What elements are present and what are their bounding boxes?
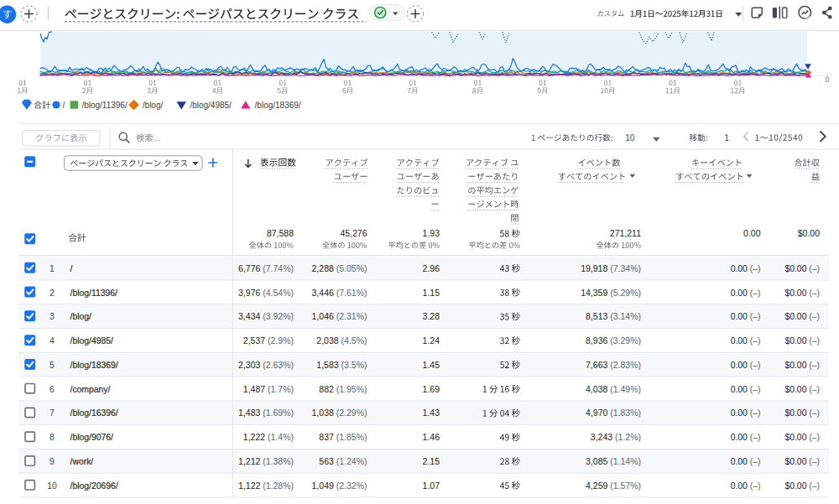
svg-text:2.96: 2.96 — [423, 263, 440, 273]
svg-text:/blog/4985/: /blog/4985/ — [70, 336, 114, 346]
svg-text:0.00 (–): 0.00 (–) — [731, 433, 761, 442]
svg-text:2,537 (2.9%): 2,537 (2.9%) — [243, 335, 294, 346]
svg-text:882 (1.95%): 882 (1.95%) — [319, 384, 367, 394]
svg-text:3,446 (7.61%): 3,446 (7.61%) — [312, 288, 367, 298]
svg-text:45,276: 45,276 — [340, 228, 367, 238]
svg-text:271,211: 271,211 — [610, 228, 641, 238]
svg-text:6: 6 — [50, 385, 55, 394]
svg-text:3.28: 3.28 — [423, 311, 440, 321]
svg-text:$0.00 (–): $0.00 (–) — [784, 481, 820, 491]
svg-text:/blog/18369/: /blog/18369/ — [70, 361, 118, 370]
svg-text:/blog/: /blog/ — [143, 101, 164, 110]
svg-text:/blog/4985/: /blog/4985/ — [190, 101, 232, 110]
svg-text:1.43: 1.43 — [423, 408, 440, 418]
svg-text:1,222 (1.4%): 1,222 (1.4%) — [243, 432, 294, 442]
svg-text:0.00 (–): 0.00 (–) — [731, 481, 761, 491]
svg-text:/blog/11396/: /blog/11396/ — [81, 101, 128, 110]
svg-text:$0.00 (–): $0.00 (–) — [784, 264, 820, 273]
svg-text:1: 1 — [724, 133, 729, 143]
svg-text:4,970 (1.83%): 4,970 (1.83%) — [586, 408, 641, 418]
svg-text:0.00: 0.00 — [743, 228, 761, 238]
svg-text:3: 3 — [50, 312, 55, 321]
svg-text:3,243 (1.2%): 3,243 (1.2%) — [591, 432, 641, 442]
svg-text:0.00 (–): 0.00 (–) — [731, 336, 761, 346]
svg-text:1,122 (1.28%): 1,122 (1.28%) — [238, 481, 294, 491]
svg-text:$0.00 (–): $0.00 (–) — [784, 361, 820, 370]
svg-text:1,487 (1.7%): 1,487 (1.7%) — [243, 384, 294, 394]
svg-text:/: / — [63, 101, 65, 110]
svg-text:1.46: 1.46 — [423, 432, 440, 442]
svg-text:19,918 (7.34%): 19,918 (7.34%) — [581, 263, 641, 273]
svg-text:3,976 (4.54%): 3,976 (4.54%) — [238, 288, 294, 298]
svg-text:563 (1.24%): 563 (1.24%) — [319, 456, 367, 466]
svg-text:7: 7 — [50, 408, 55, 418]
svg-text:0: 0 — [826, 75, 830, 84]
svg-text:0.00 (–): 0.00 (–) — [731, 288, 761, 298]
svg-text:2,288 (5.05%): 2,288 (5.05%) — [312, 263, 367, 273]
svg-text:/blog/: /blog/ — [70, 312, 92, 321]
svg-text:/blog/20696/: /blog/20696/ — [70, 481, 118, 491]
svg-text:/blog/9076/: /blog/9076/ — [70, 433, 114, 442]
svg-text:1.45: 1.45 — [423, 360, 440, 370]
svg-text:$0.00 (–): $0.00 (–) — [784, 312, 820, 321]
svg-text:1.24: 1.24 — [423, 335, 440, 346]
svg-text:1,046 (2.31%): 1,046 (2.31%) — [312, 311, 367, 321]
svg-text:0.00 (–): 0.00 (–) — [731, 457, 761, 466]
svg-text:1,049 (2.32%): 1,049 (2.32%) — [312, 481, 367, 491]
svg-text:1: 1 — [50, 264, 55, 273]
svg-text:$0.00 (–): $0.00 (–) — [784, 385, 820, 394]
svg-text:/blog/18369/: /blog/18369/ — [255, 101, 301, 110]
svg-text:1.93: 1.93 — [423, 228, 440, 238]
svg-text:8,513 (3.14%): 8,513 (3.14%) — [586, 311, 641, 321]
svg-text:$0.00 (–): $0.00 (–) — [784, 433, 820, 442]
svg-text:2,038 (4.5%): 2,038 (4.5%) — [316, 335, 367, 346]
svg-text:1.07: 1.07 — [423, 481, 440, 491]
svg-text:8,936 (3.29%): 8,936 (3.29%) — [586, 335, 641, 346]
svg-text:1,583 (3.5%): 1,583 (3.5%) — [316, 360, 367, 370]
svg-text:/company/: /company/ — [70, 385, 111, 394]
svg-text:4: 4 — [50, 336, 55, 346]
svg-text:0.00 (–): 0.00 (–) — [731, 312, 761, 321]
svg-text:/work/: /work/ — [70, 457, 94, 466]
svg-text:0.00 (–): 0.00 (–) — [731, 408, 761, 418]
svg-text:$0.00 (–): $0.00 (–) — [784, 408, 820, 418]
svg-text:/: / — [70, 264, 73, 273]
svg-text:1.15: 1.15 — [423, 288, 440, 298]
svg-text:4,259 (1.57%): 4,259 (1.57%) — [586, 481, 641, 491]
svg-text:2,303 (2.63%): 2,303 (2.63%) — [238, 360, 294, 370]
svg-text:10: 10 — [47, 481, 57, 491]
svg-text:2.15: 2.15 — [423, 456, 440, 466]
svg-text:87,588: 87,588 — [267, 228, 294, 238]
svg-text:1,038 (2.29%): 1,038 (2.29%) — [312, 408, 367, 418]
svg-text:1,483 (1.69%): 1,483 (1.69%) — [238, 408, 294, 418]
svg-text:$0.00 (–): $0.00 (–) — [784, 288, 820, 298]
svg-text:$0.00 (–): $0.00 (–) — [784, 457, 820, 466]
svg-text:4,038 (1.49%): 4,038 (1.49%) — [586, 384, 641, 394]
svg-text:7,663 (2.83%): 7,663 (2.83%) — [586, 360, 641, 370]
svg-text:/blog/16396/: /blog/16396/ — [70, 408, 118, 418]
svg-text:2: 2 — [50, 288, 55, 298]
svg-text:$0.00 (–): $0.00 (–) — [784, 336, 820, 346]
svg-text:14,359 (5.29%): 14,359 (5.29%) — [581, 288, 641, 298]
svg-text:3,434 (3.92%): 3,434 (3.92%) — [238, 311, 294, 321]
svg-text:0.00 (–): 0.00 (–) — [731, 361, 761, 370]
svg-text:0.00 (–): 0.00 (–) — [731, 385, 761, 394]
svg-text:/blog/11396/: /blog/11396/ — [70, 288, 118, 298]
svg-text:5: 5 — [50, 361, 55, 370]
svg-text:3,085 (1.14%): 3,085 (1.14%) — [586, 456, 641, 466]
svg-text:1.69: 1.69 — [423, 384, 440, 394]
svg-text:1,212 (1.38%): 1,212 (1.38%) — [238, 456, 294, 466]
svg-text:837 (1.85%): 837 (1.85%) — [319, 432, 367, 442]
svg-text:0.00 (–): 0.00 (–) — [731, 264, 761, 273]
svg-text:8: 8 — [50, 433, 55, 442]
svg-text:$0.00: $0.00 — [798, 228, 820, 238]
svg-text:9: 9 — [50, 457, 55, 466]
svg-text:10: 10 — [625, 133, 635, 143]
svg-text:6,776 (7.74%): 6,776 (7.74%) — [238, 263, 294, 273]
